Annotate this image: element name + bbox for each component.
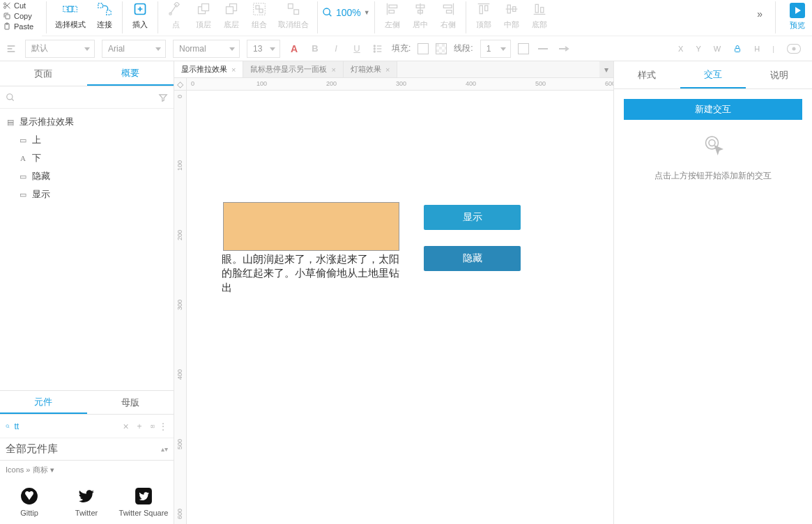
library-breadcrumb[interactable]: Icons » 商标 ▾ <box>0 461 174 479</box>
underline-button[interactable]: U <box>350 42 364 56</box>
clear-search-button[interactable]: × <box>123 421 128 432</box>
canvas-show-button[interactable]: 显示 <box>424 205 521 230</box>
outline-tree: ▤ 显示推拉效果 ▭上 A下 ▭隐藏 ▭显示 <box>0 109 174 208</box>
library-selector[interactable]: 全部元件库 ▴▾ <box>0 438 174 461</box>
close-icon[interactable]: × <box>331 66 335 74</box>
doc-tab-0[interactable]: 显示推拉效果× <box>174 61 243 77</box>
svg-point-1 <box>4 6 6 8</box>
outline-root[interactable]: ▤ 显示推拉效果 <box>6 113 168 131</box>
style-dropdown[interactable]: 默认 <box>25 40 95 58</box>
canvas-rectangle[interactable] <box>223 202 399 251</box>
tab-style[interactable]: 样式 <box>614 61 680 88</box>
filter-icon[interactable] <box>158 93 168 102</box>
svg-rect-21 <box>294 10 299 15</box>
visibility-toggle[interactable] <box>787 44 801 54</box>
style-bar: 默认 Arial Normal 13 A B I U 填充: 线段: 1 X Y… <box>0 36 812 61</box>
paragraph-style-icon[interactable] <box>4 42 18 56</box>
preview-button[interactable]: 预览 <box>790 0 805 31</box>
search-icon <box>6 93 15 102</box>
tab-notes[interactable]: 说明 <box>746 61 812 88</box>
outline-item-hide[interactable]: ▭隐藏 <box>6 167 168 185</box>
canvas-area: 显示推拉效果× 鼠标悬停显示另一面板× 灯箱效果× ▾ ◇ 0 100 200 … <box>174 61 613 524</box>
line-style-button[interactable] <box>536 42 550 56</box>
zoom-control[interactable]: 100% ▼ <box>322 0 370 18</box>
select-mode-button[interactable]: 选择模式 <box>55 1 86 30</box>
tab-interactions[interactable]: 交互 <box>680 61 746 88</box>
copy-button[interactable]: Copy <box>3 12 39 20</box>
tab-widgets[interactable]: 元件 <box>0 391 87 414</box>
tab-masters[interactable]: 母版 <box>87 391 174 414</box>
italic-button[interactable]: I <box>329 42 343 56</box>
cut-button[interactable]: Cut <box>3 1 39 10</box>
insert-button[interactable]: 插入 <box>131 1 149 30</box>
widget-search-input[interactable] <box>14 422 118 431</box>
arrow-style-button[interactable] <box>557 42 571 56</box>
align-bottom-button[interactable]: 底部 <box>530 1 549 30</box>
svg-point-37 <box>374 51 375 52</box>
chevron-updown-icon: ▴▾ <box>161 445 168 453</box>
canvas[interactable]: 眼。山朗润起来了，水涨起来了，太阳的脸红起来了。小草偷偷地从土地里钻出 显示 隐… <box>187 91 613 524</box>
ungroup-icon <box>286 2 300 16</box>
point-button[interactable]: 点 <box>167 1 185 30</box>
cut-label: Cut <box>14 1 26 10</box>
align-center-button[interactable]: 居中 <box>411 1 429 30</box>
tab-pages[interactable]: 页面 <box>0 61 87 86</box>
align-left-button[interactable]: 左侧 <box>383 1 401 30</box>
more-ribbon-button[interactable]: » <box>757 0 761 20</box>
align-top-button[interactable]: 顶部 <box>475 1 493 30</box>
paste-button[interactable]: Paste <box>3 22 39 31</box>
lock-icon[interactable] <box>733 45 742 53</box>
svg-rect-30 <box>484 6 487 11</box>
paste-label: Paste <box>14 22 33 31</box>
font-color-button[interactable]: A <box>287 42 301 56</box>
doc-tab-2[interactable]: 灯箱效果× <box>344 61 397 77</box>
connect-label: 连接 <box>97 20 112 30</box>
font-dropdown[interactable]: Arial <box>102 40 166 58</box>
more-button[interactable]: ⋮ <box>159 422 168 431</box>
line-color-swatch[interactable] <box>518 43 529 54</box>
tab-menu-button[interactable]: ▾ <box>599 61 613 77</box>
line-width-input[interactable]: 1 <box>480 40 511 58</box>
ungroup-button[interactable]: 取消组合 <box>278 1 309 30</box>
align-middle-button[interactable]: 中部 <box>503 1 521 30</box>
bullets-button[interactable] <box>371 42 385 56</box>
top-layer-button[interactable]: 顶层 <box>194 1 213 30</box>
align-right-button[interactable]: 右侧 <box>439 1 457 30</box>
bold-button[interactable]: B <box>308 42 322 56</box>
canvas-hide-button[interactable]: 隐藏 <box>424 246 521 271</box>
bottom-layer-button[interactable]: 底层 <box>222 1 240 30</box>
size-dropdown[interactable]: 13 <box>247 40 280 58</box>
svg-rect-23 <box>389 5 397 8</box>
widget-twitter-square[interactable]: Twitter Square <box>117 482 170 521</box>
widget-twitter[interactable]: Twitter <box>60 482 113 521</box>
tab-outline[interactable]: 概要 <box>87 61 174 86</box>
outline-item-up[interactable]: ▭上 <box>6 131 168 149</box>
align-bottom-label: 底部 <box>532 20 547 30</box>
outline-item-down[interactable]: A下 <box>6 149 168 167</box>
fill-swatch-2[interactable] <box>436 43 447 54</box>
doc-tab-1[interactable]: 鼠标悬停显示另一面板× <box>243 61 343 77</box>
fill-swatch[interactable] <box>418 43 429 54</box>
svg-rect-7 <box>73 6 77 12</box>
library-icon[interactable] <box>151 422 155 431</box>
shape-icon: ▭ <box>18 135 28 145</box>
group-button[interactable]: 组合 <box>250 1 268 30</box>
align-left-label: 左侧 <box>385 20 400 30</box>
close-icon[interactable]: × <box>385 66 390 74</box>
weight-dropdown[interactable]: Normal <box>173 40 240 58</box>
svg-rect-33 <box>535 4 538 13</box>
new-interaction-button[interactable]: 新建交互 <box>624 99 802 120</box>
canvas-text[interactable]: 眼。山朗润起来了，水涨起来了，太阳的脸红起来了。小草偷偷地从土地里钻出 <box>222 252 403 295</box>
connect-button[interactable]: 连接 <box>95 1 114 30</box>
group-icon <box>252 2 266 16</box>
gittip-icon <box>20 486 39 506</box>
search-icon <box>322 7 333 18</box>
align-middle-label: 中部 <box>504 20 519 30</box>
outline-search-input[interactable] <box>20 93 154 102</box>
outline-item-show[interactable]: ▭显示 <box>6 185 168 203</box>
close-icon[interactable]: × <box>231 66 236 74</box>
ruler-corner[interactable]: ◇ <box>174 78 187 91</box>
widget-gittip[interactable]: Gittip <box>3 482 56 521</box>
svg-rect-2 <box>6 15 10 19</box>
add-library-button[interactable]: + <box>133 422 146 431</box>
